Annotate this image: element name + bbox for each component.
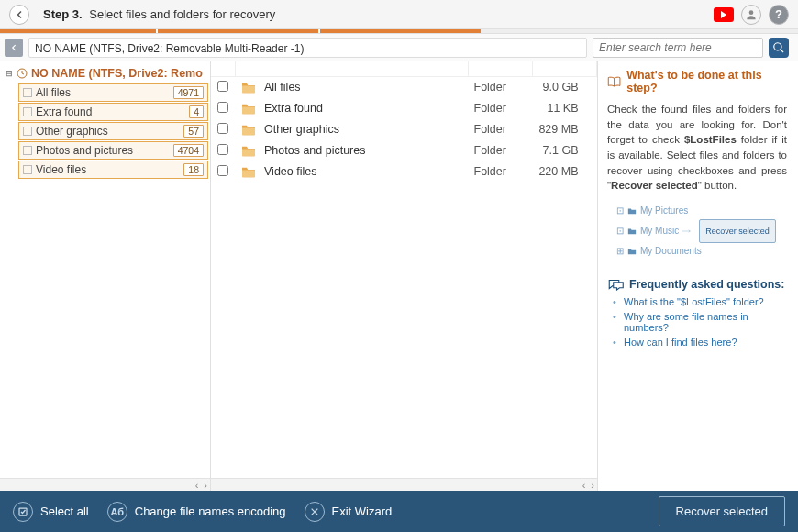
faq-link[interactable]: How can I find files here?: [613, 337, 787, 348]
faq-list: What is the "$LostFiles" folder?Why are …: [607, 296, 787, 348]
help-body: Check the found files and folders for th…: [607, 102, 787, 194]
table-row[interactable]: Other graphicsFolder829 MB: [211, 119, 597, 140]
help-title: What's to be done at this step?: [607, 69, 787, 94]
row-checkbox[interactable]: [217, 102, 228, 113]
tree-item[interactable]: Video files18: [18, 161, 208, 179]
folder-icon: [240, 144, 257, 157]
arrow-icon: [682, 227, 692, 236]
tree-item[interactable]: Extra found4: [18, 103, 208, 121]
tree-item[interactable]: All files4971: [18, 83, 208, 102]
tree-root[interactable]: ⊟ NO NAME (NTFS, Drive2: Remo: [2, 65, 208, 82]
select-all-button[interactable]: Select all: [13, 502, 89, 522]
step-description: Select files and folders for recovery: [89, 7, 275, 21]
table-row[interactable]: Photos and picturesFolder7.1 GB: [211, 140, 597, 161]
folder-icon: [240, 102, 257, 115]
step-heading: Step 3. Select files and folders for rec…: [43, 7, 275, 21]
table-row[interactable]: Video filesFolder220 MB: [211, 161, 597, 183]
crumb-back-button[interactable]: [5, 39, 23, 57]
file-size: 7.1 GB: [533, 140, 597, 161]
close-icon: [305, 502, 325, 522]
tree-item-count: 4: [189, 105, 204, 118]
file-size: 9.0 GB: [533, 76, 597, 98]
tree-scrollbar[interactable]: ‹›: [0, 478, 210, 491]
step-number: Step 3.: [43, 7, 83, 21]
faq-heading: Frequently asked questions:: [607, 278, 787, 291]
select-all-icon: [13, 502, 33, 522]
file-type: Folder: [469, 140, 533, 161]
tree-item-label: Photos and pictures: [36, 144, 133, 157]
encoding-button[interactable]: Aб Change file names encoding: [107, 502, 286, 522]
exit-wizard-button[interactable]: Exit Wizard: [305, 502, 393, 522]
tree-item[interactable]: Other graphics57: [18, 122, 208, 140]
table-row[interactable]: Extra foundFolder11 KB: [211, 98, 597, 119]
breadcrumb[interactable]: NO NAME (NTFS, Drive2: Removable Multi-R…: [28, 38, 587, 58]
file-name: All files: [264, 81, 301, 94]
file-type: Folder: [469, 98, 533, 119]
file-scrollbar[interactable]: ‹›: [211, 478, 597, 491]
file-name: Other graphics: [264, 123, 339, 136]
file-size: 11 KB: [533, 98, 597, 119]
folder-tree: ⊟ NO NAME (NTFS, Drive2: Remo All files4…: [0, 61, 211, 491]
file-size: 220 MB: [533, 161, 597, 183]
account-icon[interactable]: [741, 5, 761, 25]
file-list: All filesFolder9.0 GBExtra foundFolder11…: [211, 61, 598, 491]
tree-item-label: Extra found: [36, 105, 92, 118]
folder-icon: [627, 227, 637, 236]
tree-item-count: 4971: [173, 86, 204, 99]
file-name: Extra found: [264, 102, 323, 115]
faq-link[interactable]: What is the "$LostFiles" folder?: [613, 296, 787, 307]
folder-icon: [240, 81, 257, 94]
back-button[interactable]: [9, 5, 29, 25]
page-icon: [23, 165, 32, 174]
file-type: Folder: [469, 76, 533, 98]
row-checkbox[interactable]: [217, 81, 228, 92]
encoding-icon: Aб: [107, 502, 127, 522]
file-type: Folder: [469, 161, 533, 183]
file-name: Video files: [264, 165, 316, 178]
tree-item-count: 57: [183, 125, 204, 138]
table-row[interactable]: All filesFolder9.0 GB: [211, 76, 597, 98]
title-bar: Step 3. Select files and folders for rec…: [0, 0, 798, 29]
search-button[interactable]: [769, 38, 789, 58]
file-name: Photos and pictures: [264, 144, 366, 157]
folder-icon: [627, 247, 637, 256]
book-icon: [607, 75, 621, 88]
help-panel: What's to be done at this step? Check th…: [598, 61, 798, 491]
row-checkbox[interactable]: [217, 144, 228, 155]
faq-link[interactable]: Why are some file names in numbers?: [613, 311, 787, 333]
page-icon: [23, 107, 32, 116]
page-icon: [23, 88, 32, 97]
row-checkbox[interactable]: [217, 123, 228, 134]
clock-icon: [17, 68, 28, 79]
svg-point-0: [749, 10, 754, 15]
tree-item-label: Video files: [36, 163, 86, 176]
help-illustration: ⊡My Pictures ⊡My Music Recover selected …: [616, 203, 787, 260]
tree-item[interactable]: Photos and pictures4704: [18, 141, 208, 160]
page-icon: [23, 146, 32, 155]
youtube-icon[interactable]: [714, 5, 734, 25]
file-type: Folder: [469, 119, 533, 140]
footer-bar: Select all Aб Change file names encoding…: [0, 491, 798, 532]
recover-selected-button[interactable]: Recover selected: [659, 496, 785, 526]
folder-icon: [627, 206, 637, 216]
path-row: NO NAME (NTFS, Drive2: Removable Multi-R…: [0, 34, 798, 61]
tree-item-label: All files: [36, 86, 71, 99]
page-icon: [23, 127, 32, 136]
tree-item-count: 4704: [173, 144, 204, 157]
folder-icon: [240, 123, 257, 136]
row-checkbox[interactable]: [217, 165, 228, 176]
file-size: 829 MB: [533, 119, 597, 140]
tree-root-label: NO NAME (NTFS, Drive2: Remo: [31, 67, 203, 80]
folder-icon: [240, 165, 257, 178]
search-input[interactable]: [593, 38, 763, 58]
help-icon[interactable]: ?: [769, 5, 789, 25]
tree-item-label: Other graphics: [36, 125, 108, 138]
tree-item-count: 18: [183, 163, 204, 176]
chat-icon: [607, 278, 624, 291]
